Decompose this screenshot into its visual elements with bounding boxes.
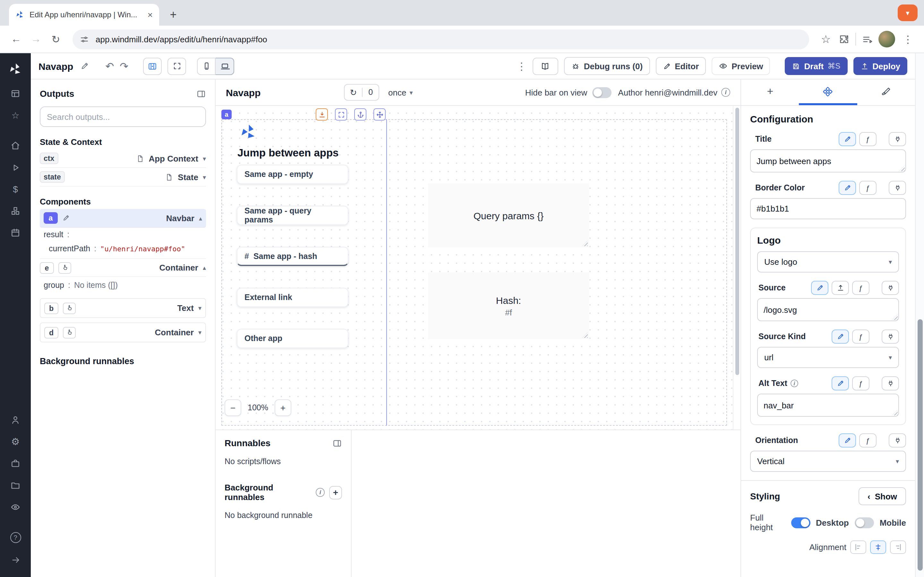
home-icon[interactable] (10, 140, 21, 151)
upload-button[interactable] (832, 281, 849, 295)
audit-eye-icon[interactable] (10, 502, 21, 512)
orientation-select[interactable]: Vertical ▾ (750, 451, 906, 472)
profile-avatar[interactable] (879, 31, 895, 47)
chevron-down-icon[interactable]: ▾ (203, 173, 206, 181)
refresh-icon[interactable]: ↻ (344, 87, 362, 97)
ctx-row[interactable]: ctx App Context ▾ (40, 149, 206, 168)
site-settings-icon[interactable] (79, 34, 89, 44)
bookmark-star-icon[interactable]: ☆ (819, 32, 833, 46)
mobile-toggle[interactable] (855, 517, 874, 528)
undo-icon[interactable]: ↶ (105, 60, 114, 72)
extensions-puzzle-icon[interactable] (838, 34, 850, 45)
info-icon[interactable]: i (316, 488, 325, 497)
chevron-down-icon[interactable]: ▾ (198, 305, 202, 311)
tab-global-styling[interactable] (857, 79, 915, 105)
toolbox-briefcase-icon[interactable] (10, 458, 21, 469)
url-text[interactable]: app.windmill.dev/apps/edit/u/henri/navap… (95, 34, 267, 44)
component-row-navbar[interactable]: a Navbar ▴ (40, 209, 206, 227)
edit-id-pencil-icon[interactable] (62, 214, 70, 222)
editor-button[interactable]: Editor (656, 57, 706, 75)
connect-plug-button[interactable] (889, 132, 906, 146)
redo-icon[interactable]: ↷ (120, 60, 128, 72)
scroll-into-view-icon[interactable] (316, 108, 328, 121)
static-editor-pencil-button[interactable] (832, 330, 849, 343)
collapse-panel-icon[interactable] (196, 89, 206, 98)
windmill-logo[interactable] (8, 62, 23, 76)
folders-icon[interactable] (10, 480, 21, 490)
currentpath-row[interactable]: currentPath: "u/henri/navapp#foo" (40, 242, 206, 256)
browser-menu-icon[interactable]: ⋮ (901, 33, 915, 45)
component-box-text-b[interactable]: b Text ▾ (40, 298, 206, 318)
chevron-up-icon[interactable]: ▴ (199, 214, 202, 221)
state-row[interactable]: state State ▾ (40, 168, 206, 187)
mobile-view-button[interactable] (197, 57, 216, 75)
reload-button[interactable]: ↻ (49, 33, 63, 45)
chevron-down-icon[interactable]: ▾ (198, 329, 202, 336)
variables-dollar-icon[interactable]: $ (10, 184, 21, 194)
tab-insert-component[interactable]: + (741, 79, 799, 105)
debug-runs-button[interactable]: Debug runs (0) (564, 57, 650, 75)
desktop-view-button[interactable] (216, 57, 234, 75)
info-icon[interactable]: i (790, 380, 798, 387)
draft-button[interactable]: Draft ⌘S (785, 57, 848, 75)
use-logo-select[interactable]: Use logo ▾ (757, 251, 899, 272)
eval-fx-button[interactable]: ƒ (852, 281, 869, 295)
connect-plug-button[interactable] (882, 281, 899, 295)
source-kind-select[interactable]: url ▾ (757, 347, 899, 368)
connect-plug-button[interactable] (889, 434, 906, 448)
settings-gear-icon[interactable]: ⚙ (10, 437, 21, 447)
info-icon[interactable]: i (721, 88, 730, 97)
component-row-container-e[interactable]: e Container ▴ (40, 258, 206, 277)
tab-close-icon[interactable]: × (148, 10, 153, 20)
connect-plug-button[interactable] (882, 330, 899, 343)
schedules-calendar-icon[interactable] (10, 227, 21, 238)
component-box-container-d[interactable]: d Container ▾ (40, 322, 206, 342)
query-params-panel[interactable]: Query params {} (428, 183, 589, 247)
workers-person-icon[interactable] (10, 415, 21, 425)
new-tab-button[interactable]: + (164, 6, 182, 24)
static-editor-pencil-button[interactable] (838, 181, 856, 195)
component-id-tag[interactable]: a (221, 110, 232, 119)
zoom-out-button[interactable]: − (225, 400, 241, 416)
hand-pointer-icon[interactable] (58, 262, 71, 274)
resources-boxes-icon[interactable] (10, 206, 21, 216)
eval-fx-button[interactable]: ƒ (859, 181, 877, 195)
static-editor-pencil-button[interactable] (832, 376, 849, 390)
chevron-up-icon[interactable]: ▴ (203, 264, 206, 271)
collapse-rail-arrow-icon[interactable] (10, 554, 21, 565)
resize-handle[interactable] (582, 240, 588, 246)
static-editor-pencil-button[interactable] (838, 132, 856, 146)
browser-tab[interactable]: Edit App u/henri/navapp | Win... × (9, 4, 159, 26)
group-row[interactable]: group: No items ([]) (40, 277, 206, 293)
media-queue-icon[interactable] (862, 34, 873, 45)
title-input[interactable] (750, 149, 906, 172)
border-color-input[interactable] (750, 198, 906, 219)
source-input[interactable] (757, 298, 899, 321)
hide-bar-toggle[interactable] (592, 87, 612, 98)
table-icon[interactable] (10, 89, 21, 99)
url-bar[interactable]: app.windmill.dev/apps/edit/u/henri/navap… (73, 29, 809, 49)
align-center-button[interactable] (870, 540, 886, 554)
align-left-button[interactable] (850, 540, 866, 554)
refresh-control[interactable]: ↻ 0 (344, 84, 379, 101)
nav-link-external-link[interactable]: External link (237, 288, 349, 307)
resize-handle[interactable] (582, 332, 588, 338)
canvas-scrollbar-thumb[interactable] (735, 108, 739, 375)
add-background-runnable-button[interactable]: + (329, 486, 342, 499)
window-scrollbar-thumb[interactable] (918, 319, 923, 571)
browser-extension-badge[interactable]: ▾ (898, 5, 918, 21)
window-scrollbar[interactable] (915, 53, 924, 577)
more-options-icon[interactable]: ⋮ (517, 60, 527, 72)
full-height-toggle[interactable] (791, 517, 810, 528)
static-editor-pencil-button[interactable] (838, 434, 856, 448)
show-styling-button[interactable]: ‹ Show (859, 487, 906, 505)
zoom-in-button[interactable]: + (275, 400, 291, 416)
rename-pencil-icon[interactable] (80, 61, 89, 71)
favorites-star-icon[interactable]: ☆ (10, 110, 21, 121)
eval-fx-button[interactable]: ƒ (852, 330, 869, 343)
help-icon[interactable]: ? (10, 532, 21, 543)
hand-pointer-icon[interactable] (63, 302, 76, 314)
alt-text-input[interactable] (757, 394, 899, 417)
eval-fx-button[interactable]: ƒ (852, 376, 869, 390)
tab-component-settings[interactable] (799, 79, 857, 105)
